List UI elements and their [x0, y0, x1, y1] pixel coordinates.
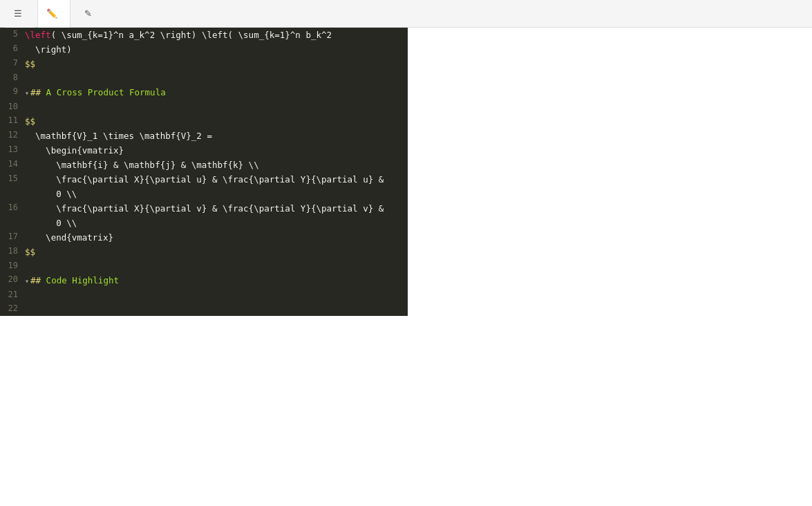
editor-wrapper: 5 \left( \sum_{k=1}^n a_k^2 \right) \lef…: [0, 28, 408, 506]
table-row: 16 \frac{\partial X}{\partial v} & \frac…: [0, 201, 408, 216]
table-row: 5 \left( \sum_{k=1}^n a_k^2 \right) \lef…: [0, 28, 408, 42]
table-row: 21: [0, 288, 408, 302]
tab-list[interactable]: ☰: [6, 0, 35, 28]
table-row: 18 $$: [0, 245, 408, 259]
table-row: 19: [0, 259, 408, 273]
table-row: 7 $$: [0, 57, 408, 71]
table-row: 9 ▾## A Cross Product Formula: [0, 85, 408, 100]
table-row: 22: [0, 302, 408, 316]
table-row: 0 \\: [0, 216, 408, 230]
table-row: 15 \frac{\partial X}{\partial u} & \frac…: [0, 172, 408, 187]
table-row: 6 \right): [0, 42, 408, 57]
edit-icon: ✏️: [46, 8, 57, 19]
table-row: 10: [0, 100, 408, 114]
main-content: 5 \left( \sum_{k=1}^n a_k^2 \right) \lef…: [0, 28, 812, 506]
tab-edit[interactable]: ✏️: [37, 0, 70, 28]
table-row: 14 \mathbf{i} & \mathbf{j} & \mathbf{k} …: [0, 158, 408, 172]
list-icon: ☰: [14, 8, 22, 19]
table-row: 11 $$: [0, 114, 408, 129]
table-row: 8: [0, 71, 408, 85]
table-row: 20 ▾## Code Highlight: [0, 273, 408, 288]
editor-lines[interactable]: 5 \left( \sum_{k=1}^n a_k^2 \right) \lef…: [0, 28, 408, 316]
breadcrumb: ✎: [79, 8, 100, 19]
editor-pane[interactable]: 5 \left( \sum_{k=1}^n a_k^2 \right) \lef…: [0, 28, 408, 506]
breadcrumb-edit-icon[interactable]: ✎: [84, 8, 92, 19]
table-row: 12 \mathbf{V}_1 \times \mathbf{V}_2 =: [0, 129, 408, 143]
topbar: ☰ ✏️ ✎: [0, 0, 812, 28]
table-row: 17 \end{vmatrix}: [0, 230, 408, 245]
table-row: 13 \begin{vmatrix}: [0, 143, 408, 158]
table-row: 0 \\: [0, 187, 408, 201]
